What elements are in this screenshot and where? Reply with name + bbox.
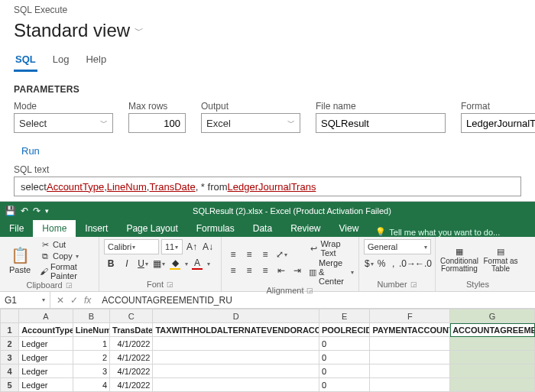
save-icon[interactable]: 💾 bbox=[5, 206, 16, 216]
row-header[interactable]: 2 bbox=[1, 337, 19, 351]
undo-icon[interactable]: ↶ bbox=[21, 206, 28, 216]
cell[interactable]: TransDate bbox=[110, 323, 153, 337]
cell[interactable]: 4/1/2022 bbox=[110, 378, 153, 392]
launcher-icon[interactable]: ◲ bbox=[66, 281, 73, 289]
row-header[interactable]: 4 bbox=[1, 364, 19, 378]
cell[interactable] bbox=[370, 337, 450, 351]
cell[interactable] bbox=[153, 378, 319, 392]
row-header[interactable]: 3 bbox=[1, 351, 19, 364]
col-header-e[interactable]: E bbox=[319, 309, 369, 323]
cancel-icon[interactable]: ✕ bbox=[57, 295, 64, 306]
launcher-icon[interactable]: ◲ bbox=[167, 280, 173, 288]
cell[interactable]: 2 bbox=[73, 351, 109, 364]
cell[interactable]: TAXWITHHOLDALTERNATEVENDORACCT_TH bbox=[153, 323, 319, 337]
cell[interactable]: 3 bbox=[73, 364, 109, 378]
filetab-review[interactable]: Review bbox=[281, 220, 329, 237]
cell[interactable] bbox=[153, 351, 319, 364]
cell[interactable]: 0 bbox=[319, 337, 369, 351]
cell[interactable]: 4 bbox=[73, 378, 109, 392]
cell[interactable] bbox=[153, 337, 319, 351]
cell[interactable]: 0 bbox=[319, 364, 369, 378]
accounting-icon[interactable]: $▾ bbox=[364, 257, 374, 271]
cell[interactable] bbox=[370, 351, 450, 364]
merge-button[interactable]: ▥Merge & Center▾ bbox=[309, 258, 354, 286]
cell[interactable]: Ledger bbox=[19, 364, 73, 378]
cell[interactable]: 0 bbox=[319, 351, 369, 364]
row-header[interactable]: 1 bbox=[1, 323, 19, 337]
font-name-select[interactable]: Calibri▾ bbox=[104, 239, 159, 254]
format-input[interactable] bbox=[461, 113, 535, 133]
cell[interactable]: PAYMENTACCOUNT bbox=[370, 323, 450, 337]
cell[interactable]: 4/1/2022 bbox=[110, 337, 153, 351]
filetab-formulas[interactable]: Formulas bbox=[187, 220, 244, 237]
align-bottom-icon[interactable]: ≡ bbox=[258, 248, 272, 261]
cell[interactable]: Ledger bbox=[19, 378, 73, 392]
title-chevron-down-icon[interactable]: ﹀ bbox=[135, 24, 144, 37]
maxrows-value[interactable] bbox=[134, 118, 180, 129]
maxrows-input[interactable] bbox=[128, 113, 186, 133]
fx-icon[interactable]: fx bbox=[84, 295, 91, 306]
italic-button[interactable]: I bbox=[120, 257, 134, 271]
indent-inc-icon[interactable]: ⇥ bbox=[290, 264, 304, 277]
cell[interactable]: LineNum bbox=[73, 323, 109, 337]
dec-decimal-icon[interactable]: ←.0 bbox=[417, 257, 430, 271]
cell[interactable] bbox=[450, 364, 535, 378]
border-button[interactable]: ▦▾ bbox=[152, 257, 166, 271]
cell[interactable] bbox=[153, 364, 319, 378]
launcher-icon[interactable]: ◲ bbox=[410, 280, 417, 288]
filetab-data[interactable]: Data bbox=[244, 220, 281, 237]
percent-icon[interactable]: % bbox=[377, 257, 387, 271]
filetab-view[interactable]: View bbox=[330, 220, 368, 237]
redo-icon[interactable]: ↷ bbox=[33, 206, 41, 216]
filetab-home[interactable]: Home bbox=[33, 220, 76, 237]
select-all-corner[interactable] bbox=[1, 309, 19, 323]
underline-button[interactable]: U▾ bbox=[136, 257, 150, 271]
cell[interactable]: Ledger bbox=[19, 351, 73, 364]
comma-icon[interactable]: , bbox=[388, 257, 398, 271]
filetab-file[interactable]: File bbox=[0, 220, 33, 237]
copy-button[interactable]: ⧉Copy▾ bbox=[40, 251, 94, 261]
tab-sql[interactable]: SQL bbox=[14, 50, 37, 72]
filename-value[interactable] bbox=[321, 118, 440, 129]
sqltext-input[interactable]: select AccountType , LineNum , TransDate… bbox=[14, 177, 521, 196]
run-link[interactable]: Run bbox=[21, 145, 40, 157]
align-left-icon[interactable]: ≡ bbox=[226, 264, 240, 277]
cell[interactable] bbox=[450, 378, 535, 392]
col-header-d[interactable]: D bbox=[153, 309, 319, 323]
mode-select[interactable]: Select ﹀ bbox=[14, 113, 113, 133]
font-color-button[interactable]: A bbox=[190, 257, 204, 271]
inc-decimal-icon[interactable]: .0→ bbox=[400, 257, 414, 271]
filetab-pagelayout[interactable]: Page Layout bbox=[117, 220, 186, 237]
fill-color-button[interactable]: ◆ bbox=[168, 257, 182, 271]
output-select[interactable]: Excel ﹀ bbox=[201, 113, 300, 133]
number-format-select[interactable]: General▾ bbox=[364, 239, 431, 254]
name-box[interactable]: G1▾ bbox=[0, 292, 50, 308]
format-painter-button[interactable]: 🖌Format Painter bbox=[40, 262, 94, 280]
cell[interactable]: Ledger bbox=[19, 337, 73, 351]
align-top-icon[interactable]: ≡ bbox=[226, 248, 240, 261]
format-value[interactable] bbox=[466, 118, 535, 129]
filename-input[interactable] bbox=[316, 113, 446, 133]
align-right-icon[interactable]: ≡ bbox=[258, 264, 272, 277]
worksheet-grid[interactable]: A B C D E F G 1 AccountType LineNum Tran… bbox=[0, 309, 535, 392]
cut-button[interactable]: ✂Cut bbox=[40, 239, 94, 250]
cell[interactable]: 1 bbox=[73, 337, 109, 351]
cell[interactable] bbox=[450, 351, 535, 364]
conditional-formatting-button[interactable]: ▦ Conditional Formatting bbox=[440, 247, 478, 273]
col-header-c[interactable]: C bbox=[110, 309, 153, 323]
align-middle-icon[interactable]: ≡ bbox=[242, 248, 256, 261]
cell[interactable] bbox=[450, 337, 535, 351]
format-as-table-button[interactable]: ▤ Format as Table bbox=[483, 247, 518, 273]
formula-bar[interactable]: ACCOUNTAGREEMENTID_RU bbox=[97, 295, 535, 306]
grow-font-icon[interactable]: A↑ bbox=[185, 240, 199, 254]
cell-selected[interactable]: ACCOUNTAGREEMENTID bbox=[450, 323, 535, 337]
row-header[interactable]: 5 bbox=[1, 378, 19, 392]
paste-button[interactable]: 📋 Paste bbox=[5, 246, 35, 274]
cell[interactable] bbox=[370, 378, 450, 392]
tellme-input[interactable]: Tell me what you want to do... bbox=[389, 228, 500, 237]
indent-dec-icon[interactable]: ⇤ bbox=[274, 264, 288, 277]
col-header-a[interactable]: A bbox=[19, 309, 73, 323]
align-center-icon[interactable]: ≡ bbox=[242, 264, 256, 277]
cell[interactable]: 4/1/2022 bbox=[110, 364, 153, 378]
shrink-font-icon[interactable]: A↓ bbox=[201, 240, 215, 254]
